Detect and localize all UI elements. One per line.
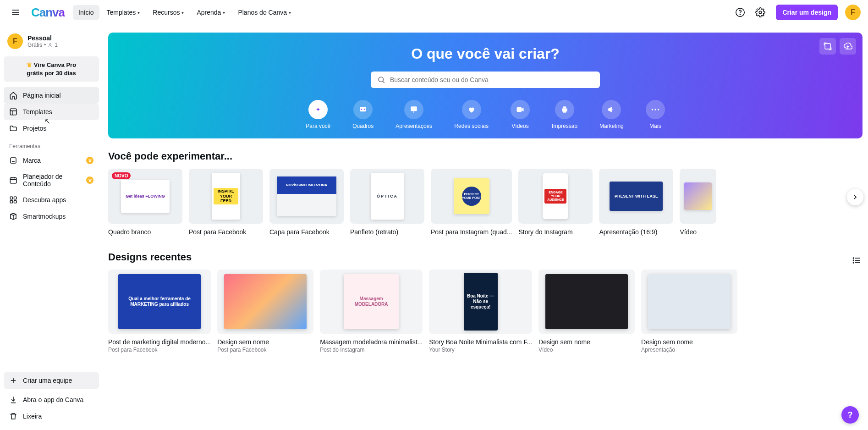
topbar: Canva Início Templates▾ Recursos▾ Aprend… (0, 0, 868, 25)
try-carousel[interactable]: NOVOGet ideas FLOWING Quadro branco INSP… (108, 169, 863, 239)
design-title: Massagem modeladora minimalist... (320, 338, 423, 346)
try-card-presentation[interactable]: PRESENT WITH EASE Apresentação (16:9) (599, 169, 673, 236)
sidebar-item-label: Descubra apps (23, 196, 66, 204)
upload-button[interactable] (840, 38, 856, 55)
sidebar-trash[interactable]: Lixeira (4, 408, 99, 424)
category-print[interactable]: Impressão (552, 100, 577, 129)
category-videos[interactable]: Vídeos (511, 100, 530, 129)
category-label: Apresentações (396, 123, 432, 129)
search-input[interactable] (390, 76, 593, 83)
category-presentations[interactable]: Apresentações (396, 100, 432, 129)
design-card[interactable]: Massagem MODELADORA Massagem modeladora … (320, 270, 423, 353)
try-card-ig-story[interactable]: ENGAGE YOUR AUDIENCE Story do Instagram (518, 169, 593, 236)
svg-point-36 (658, 109, 659, 110)
try-card-fb-post[interactable]: INSPIRE YOUR FEED Post para Facebook (189, 169, 263, 236)
upgrade-banner[interactable]: ♛Vire Canva Pro grátis por 30 dias (4, 56, 99, 82)
design-thumb: Qual a melhor ferramenta de MARKETING pa… (108, 270, 211, 334)
svg-rect-17 (10, 201, 12, 203)
user-avatar[interactable]: F (845, 5, 861, 20)
category-more[interactable]: Mais (646, 100, 665, 129)
svg-point-41 (853, 260, 854, 261)
menu-icon[interactable] (7, 4, 24, 21)
nav-plans[interactable]: Planos do Canva▾ (232, 5, 297, 20)
recent-section-title: Designs recentes (108, 251, 192, 263)
sidebar-create-team[interactable]: Criar uma equipe (4, 372, 99, 389)
sidebar-item-label: Planejador de Conteúdo (23, 173, 81, 187)
sidebar-item-smartmockups[interactable]: Smartmockups (4, 208, 99, 225)
thumb-text: INSPIRE YOUR FEED (214, 188, 238, 204)
upgrade-line1: Vire Canva Pro (34, 61, 76, 68)
sidebar-item-apps[interactable]: Descubra apps (4, 192, 99, 208)
category-label: Mais (649, 123, 661, 129)
custom-size-button[interactable] (819, 38, 836, 55)
nav-learn[interactable]: Aprenda▾ (191, 5, 231, 20)
nav-resources[interactable]: Recursos▾ (147, 5, 189, 20)
try-card-ig-post[interactable]: PERFECT YOUR POST Post para Instagram (q… (431, 169, 512, 236)
upgrade-line2: grátis por 30 dias (27, 70, 76, 77)
create-design-button[interactable]: Criar um design (776, 5, 838, 20)
profile-plan: Grátis (27, 42, 42, 48)
category-label: Impressão (552, 123, 577, 129)
design-card[interactable]: Design sem nome Vídeo (538, 270, 635, 353)
svg-rect-32 (563, 106, 566, 108)
design-thumb (641, 270, 737, 334)
svg-point-28 (364, 109, 365, 110)
design-thumb: Massagem MODELADORA (320, 270, 423, 334)
carousel-next-button[interactable] (847, 189, 863, 205)
profile-avatar: F (7, 33, 23, 49)
sidebar: F Pessoal Grátis • 1 ♛Vire Canva Pro grá… (0, 25, 103, 430)
try-label: Post para Facebook (189, 228, 263, 236)
profile-block[interactable]: F Pessoal Grátis • 1 (4, 31, 99, 52)
svg-rect-7 (10, 109, 16, 115)
category-social[interactable]: Redes sociais (454, 100, 489, 129)
try-label: Story do Instagram (518, 228, 593, 236)
sidebar-download-app[interactable]: Abra o app do Canva (4, 391, 99, 408)
tools-section-title: Ferramentas (4, 137, 99, 152)
apps-icon (9, 196, 17, 204)
nav-templates[interactable]: Templates▾ (101, 5, 146, 20)
design-card[interactable]: Boa Noite — Não se esqueça! Story Boa No… (429, 270, 532, 353)
settings-icon[interactable] (752, 4, 769, 21)
design-card[interactable]: Design sem nome Apresentação (641, 270, 737, 353)
sidebar-item-label: Criar uma equipe (23, 377, 72, 384)
try-card-fb-cover[interactable]: NOVÍSSIMO IMERZONA Capa para Facebook (269, 169, 344, 236)
sidebar-item-brand[interactable]: Marca ♛ (4, 152, 99, 169)
svg-point-42 (853, 262, 854, 263)
sidebar-item-planner[interactable]: Planejador de Conteúdo ♛ (4, 169, 99, 192)
canva-logo[interactable]: Canva (31, 6, 65, 20)
design-card[interactable]: Qual a melhor ferramenta de MARKETING pa… (108, 270, 211, 353)
design-subtitle: Post para Facebook (108, 347, 211, 353)
try-label: Panfleto (retrato) (350, 228, 424, 236)
category-for-you[interactable]: ✦Para você (306, 100, 330, 129)
try-label: Apresentação (16:9) (599, 228, 673, 236)
design-card[interactable]: Design sem nome Post para Facebook (217, 270, 313, 353)
svg-rect-16 (14, 197, 16, 199)
try-label: Capa para Facebook (269, 228, 344, 236)
help-fab-button[interactable]: ? (841, 406, 859, 424)
sidebar-item-home[interactable]: Página inicial (4, 87, 99, 104)
nav-home-label: Início (78, 9, 93, 16)
try-card-video[interactable]: Vídeo (680, 169, 716, 236)
sidebar-item-label: Templates (23, 108, 52, 116)
design-subtitle: Post para Facebook (217, 347, 313, 353)
try-card-flyer[interactable]: ÓPTICA Panfleto (retrato) (350, 169, 424, 236)
help-icon[interactable] (732, 4, 748, 21)
svg-rect-11 (10, 178, 16, 183)
download-icon (9, 396, 17, 404)
smartmockups-icon (9, 212, 17, 221)
sidebar-item-projects[interactable]: Projetos (4, 120, 99, 137)
sidebar-item-templates[interactable]: Templates (4, 104, 99, 120)
try-card-whiteboard[interactable]: NOVOGet ideas FLOWING Quadro branco (108, 169, 182, 236)
design-subtitle: Post do Instagram (320, 347, 423, 353)
view-toggle-button[interactable] (851, 254, 863, 266)
search-bar[interactable] (371, 72, 600, 88)
category-whiteboards[interactable]: Quadros (352, 100, 374, 129)
category-marketing[interactable]: Marketing (599, 100, 624, 129)
design-title: Post de marketing digital moderno... (108, 338, 211, 346)
profile-members: 1 (55, 42, 58, 48)
nav-home[interactable]: Início (73, 5, 99, 20)
profile-sub: Grátis • 1 (27, 42, 58, 48)
svg-point-4 (740, 14, 741, 15)
video-icon (511, 100, 530, 119)
thumb-text: Get ideas FLOWING (126, 194, 165, 198)
